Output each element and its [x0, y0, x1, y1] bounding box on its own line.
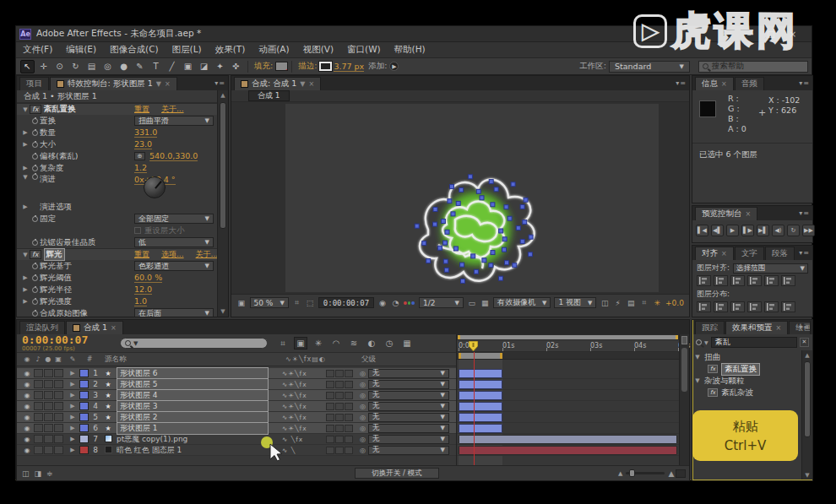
timeline-button-icon[interactable]: ▤	[626, 297, 636, 308]
distribute-left-icon[interactable]	[747, 301, 762, 312]
twirl-down-icon[interactable]: ▼	[694, 377, 701, 384]
vertex-handle[interactable]	[504, 205, 508, 209]
show-snapshot-icon[interactable]: ◔	[391, 297, 401, 308]
expand-layers-icon[interactable]: ◫	[22, 469, 30, 478]
fill-swatch[interactable]	[275, 62, 288, 71]
switch-box[interactable]	[326, 414, 334, 421]
twirl-down-icon[interactable]: ▼	[21, 106, 30, 113]
distribute-right-icon[interactable]	[781, 301, 795, 312]
composition-canvas[interactable]	[231, 102, 689, 294]
solo-toggle[interactable]	[44, 391, 53, 399]
graph-editor-icon[interactable]: ▦	[400, 337, 414, 350]
chevron-down-icon[interactable]: ▼	[300, 80, 305, 88]
switch-box[interactable]	[345, 425, 353, 432]
clear-search-icon[interactable]: ✕	[800, 338, 809, 347]
viewer-timecode[interactable]: 0:00:00:07	[318, 297, 374, 308]
stroke-width-value[interactable]: 3.77 px	[334, 62, 364, 72]
close-icon[interactable]: ×	[721, 250, 727, 257]
label-color-swatch[interactable]	[79, 413, 89, 421]
effect-header-0[interactable]: ▼fx紊乱置换重置关于...	[17, 103, 217, 115]
stopwatch-icon[interactable]	[30, 174, 40, 180]
lock-toggle[interactable]	[54, 369, 63, 377]
eye-icon[interactable]: ◉	[21, 436, 33, 443]
vertex-handle[interactable]	[461, 279, 465, 283]
twirl-down-icon[interactable]: ▼	[21, 252, 30, 258]
twirl-right-icon[interactable]: ▶	[21, 165, 30, 171]
layer-duration-bar[interactable]	[459, 402, 502, 411]
switch-box[interactable]	[335, 392, 344, 399]
pickwhip-icon[interactable]: ◎	[360, 403, 366, 410]
parent-select[interactable]: 无▼	[368, 369, 449, 378]
minimize-button[interactable]: –	[744, 30, 754, 39]
comp-mini-flowchart-icon[interactable]: ⌗	[276, 337, 290, 350]
effect-enabled-icon[interactable]: fx	[30, 105, 41, 114]
frame-blend-icon[interactable]: ◠	[329, 337, 343, 350]
layer-switches[interactable]: ∿☀╲fx	[282, 425, 326, 432]
panel-menu-icon[interactable]: ▾≡	[676, 79, 687, 87]
angle-dial[interactable]	[144, 176, 166, 198]
align-left-icon[interactable]	[697, 275, 711, 286]
eye-icon[interactable]: ◉	[21, 447, 33, 454]
switch-box[interactable]	[326, 425, 334, 432]
maximize-button[interactable]: □	[766, 30, 776, 39]
tab-info[interactable]: 信息×	[695, 77, 734, 90]
eye-icon[interactable]: ◉	[21, 403, 33, 410]
close-icon[interactable]: ×	[308, 80, 314, 88]
property-value[interactable]: 12.0	[134, 285, 152, 295]
vertex-handle[interactable]	[456, 201, 460, 205]
flowchart-icon[interactable]: ⌗	[639, 297, 649, 308]
hand-tool[interactable]: ✛	[36, 60, 51, 73]
zoom-tool[interactable]: ⊙	[52, 60, 67, 73]
vertex-handle[interactable]	[489, 263, 493, 268]
point-target-icon[interactable]: ⊕	[134, 152, 145, 160]
menu-item-0[interactable]: 文件(F)	[23, 44, 52, 56]
vertex-handle[interactable]	[524, 198, 528, 202]
tab-preview[interactable]: 预览控制台×	[695, 207, 757, 220]
label-color-swatch[interactable]	[79, 424, 89, 432]
vertex-handle[interactable]	[499, 276, 503, 280]
view-layout-select[interactable]: 1 视图▼	[554, 297, 596, 308]
align-scope-select[interactable]: 选择范围▼	[733, 263, 808, 274]
distribute-v-center-icon[interactable]	[714, 301, 728, 312]
layer-switches[interactable]: ∿ ╲	[282, 447, 326, 454]
close-button[interactable]: ×	[788, 30, 798, 39]
twirl-right-icon[interactable]: ▶	[68, 370, 77, 377]
close-icon[interactable]: ×	[776, 324, 782, 332]
loop-button[interactable]: ↻	[787, 225, 800, 236]
vertex-handle[interactable]	[489, 180, 493, 184]
panel-menu-icon[interactable]: ▾≡	[214, 79, 225, 87]
timeline-horizontal-scrollbar[interactable]	[676, 469, 686, 478]
layer-duration-bar[interactable]	[459, 413, 502, 422]
label-color-swatch[interactable]	[79, 446, 89, 454]
twirl-right-icon[interactable]: ▶	[68, 436, 77, 442]
eraser-tool[interactable]: ◪	[197, 60, 211, 73]
switch-box[interactable]	[326, 436, 334, 443]
menu-item-2[interactable]: 图像合成(C)	[110, 44, 159, 56]
twirl-right-icon[interactable]: ▶	[21, 141, 30, 148]
comp-marker-icon[interactable]	[681, 336, 687, 344]
property-dropdown[interactable]: 全部固定▼	[134, 214, 214, 224]
play-button[interactable]: ▶	[726, 225, 739, 236]
tab-render-queue[interactable]: 渲染队列	[19, 321, 65, 334]
pickwhip-icon[interactable]: ◎	[360, 381, 366, 388]
vertex-handle[interactable]	[508, 216, 512, 220]
vertex-handle[interactable]	[529, 235, 533, 239]
help-search-input[interactable]: 搜索帮助	[698, 61, 808, 73]
tab-tracker[interactable]: 跟踪	[695, 321, 725, 334]
current-time-indicator-head[interactable]	[469, 341, 478, 351]
tab-effects-presets[interactable]: 效果和预置×	[725, 321, 788, 334]
effect-link-1[interactable]: 关于...	[161, 104, 184, 115]
lock-toggle[interactable]	[54, 435, 63, 443]
time-navigator[interactable]	[457, 334, 679, 340]
timeline-search-input[interactable]: ▼	[120, 338, 268, 349]
panel-menu-icon[interactable]: ▾≡	[799, 323, 810, 331]
vertex-handle[interactable]	[520, 239, 524, 243]
close-icon[interactable]: ×	[111, 324, 117, 332]
eye-icon[interactable]: ◉	[21, 392, 33, 399]
property-value[interactable]: 60.0 %	[134, 273, 162, 283]
stroke-swatch[interactable]	[319, 62, 332, 71]
twirl-right-icon[interactable]: ▶	[68, 447, 77, 453]
stopwatch-icon[interactable]	[30, 216, 40, 222]
twirl-right-icon[interactable]: ▶	[21, 129, 30, 136]
shape-tool[interactable]: ●	[117, 60, 131, 73]
